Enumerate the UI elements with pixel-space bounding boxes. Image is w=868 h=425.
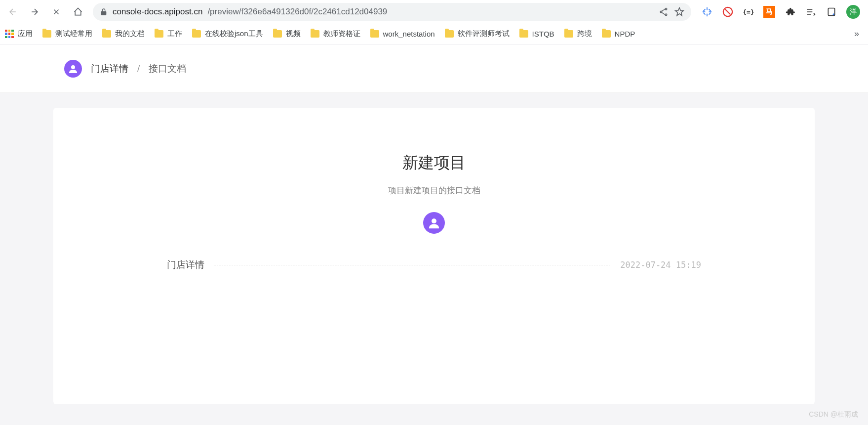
folder-icon: [192, 30, 201, 38]
url-path: /preview/f326e6a491326d0f/2c2461cd12d049…: [207, 7, 387, 17]
url-bar[interactable]: console-docs.apipost.cn/preview/f326e6a4…: [93, 3, 691, 21]
bookmark-item[interactable]: work_netstation: [370, 30, 435, 38]
folder-icon: [273, 30, 282, 38]
section-row: 门店详情 2022-07-24 15:19: [83, 258, 785, 271]
folder-icon: [42, 30, 51, 38]
lock-icon: [100, 8, 108, 16]
ext-icon-device[interactable]: [826, 6, 837, 18]
project-subtitle: 项目新建项目的接口文档: [83, 185, 785, 196]
bookmark-item[interactable]: 教师资格证: [311, 29, 360, 39]
svg-rect-5: [703, 11, 706, 12]
share-icon[interactable]: [659, 7, 669, 17]
apps-label: 应用: [18, 29, 33, 39]
folder-icon: [370, 30, 379, 38]
extension-icons: {=} 马 洋: [697, 5, 864, 19]
bookmark-item[interactable]: 测试经常用: [42, 29, 92, 39]
breadcrumb-separator: /: [137, 63, 140, 74]
page-body: 新建项目 项目新建项目的接口文档 门店详情 2022-07-24 15:19: [0, 93, 868, 425]
profile-avatar[interactable]: 洋: [846, 5, 860, 19]
forward-button[interactable]: [26, 3, 43, 21]
bookmark-item[interactable]: NPDP: [602, 30, 635, 38]
bookmark-item[interactable]: 工作: [155, 29, 182, 39]
svg-rect-3: [707, 7, 708, 10]
content-card: 新建项目 项目新建项目的接口文档 门店详情 2022-07-24 15:19: [53, 108, 815, 404]
ext-icon-json[interactable]: {=}: [743, 6, 754, 18]
svg-rect-9: [703, 12, 706, 15]
apps-shortcut[interactable]: 应用: [5, 29, 33, 39]
bookmark-item[interactable]: 跨境: [564, 29, 592, 39]
project-title: 新建项目: [83, 152, 785, 174]
folder-icon: [155, 30, 163, 38]
section-label: 门店详情: [167, 258, 204, 271]
browser-toolbar: console-docs.apipost.cn/preview/f326e6a4…: [0, 0, 868, 24]
bookmark-item[interactable]: 软件评测师考试: [445, 29, 510, 39]
ext-icon-orange[interactable]: 马: [763, 6, 775, 18]
bookmark-item[interactable]: 在线校验json工具: [192, 29, 263, 39]
svg-rect-10: [709, 9, 711, 11]
svg-point-1: [665, 8, 667, 10]
svg-point-0: [660, 11, 662, 12]
svg-rect-7: [703, 9, 706, 11]
bookmark-item[interactable]: 视频: [273, 29, 301, 39]
breadcrumb-root[interactable]: 门店详情: [91, 62, 128, 75]
section-timestamp: 2022-07-24 15:19: [620, 260, 701, 270]
stop-button[interactable]: [47, 3, 65, 21]
svg-rect-4: [707, 14, 708, 16]
url-host: console-docs.apipost.cn: [113, 7, 202, 17]
page-header: 门店详情 / 接口文档: [0, 44, 868, 93]
folder-icon: [602, 30, 611, 38]
svg-point-15: [432, 218, 436, 223]
bookmarks-overflow[interactable]: »: [850, 29, 863, 39]
extensions-icon[interactable]: [784, 6, 796, 18]
svg-rect-6: [709, 11, 712, 12]
back-button[interactable]: [4, 3, 22, 21]
folder-icon: [102, 30, 111, 38]
svg-point-2: [665, 14, 667, 15]
bookmark-item[interactable]: ISTQB: [519, 30, 554, 38]
folder-icon: [445, 30, 454, 38]
project-avatar-icon: [423, 212, 445, 234]
ext-icon-playlist[interactable]: [805, 6, 817, 18]
apps-icon: [5, 30, 14, 39]
breadcrumb-current: 接口文档: [149, 62, 186, 75]
bookmark-item[interactable]: 我的文档: [102, 29, 145, 39]
section-divider: [214, 265, 610, 265]
svg-point-13: [833, 13, 834, 15]
svg-rect-8: [709, 12, 711, 15]
star-icon[interactable]: [674, 7, 684, 17]
folder-icon: [311, 30, 319, 38]
bookmarks-bar: 应用 测试经常用 我的文档 工作 在线校验json工具 视频 教师资格证 wor…: [0, 24, 868, 44]
svg-point-14: [71, 65, 75, 69]
folder-icon: [519, 30, 528, 38]
folder-icon: [564, 30, 573, 38]
ext-icon-adblock[interactable]: [722, 6, 734, 18]
watermark: CSDN @杜雨成: [809, 410, 858, 419]
home-button[interactable]: [69, 3, 87, 21]
ext-icon-claude[interactable]: [701, 6, 713, 18]
user-avatar-icon[interactable]: [64, 60, 82, 78]
